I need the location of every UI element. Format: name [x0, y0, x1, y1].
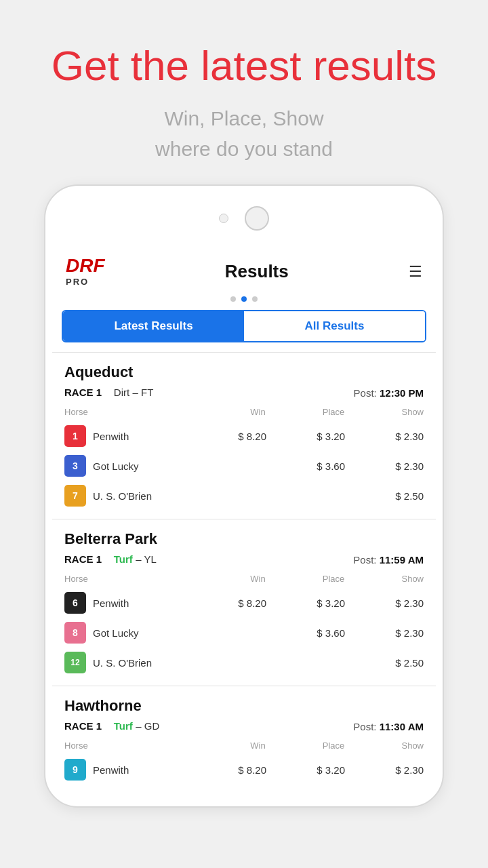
drf-pro-text: PRO — [66, 277, 89, 287]
race-dash-aqueduct: – — [133, 387, 142, 398]
horse-show-bt-3: $ 2.50 — [345, 657, 424, 669]
col-header-show-bt: Show — [344, 574, 424, 584]
race-dash-hawthorne: – — [136, 720, 144, 732]
race-condition-belterra: YL — [144, 553, 157, 565]
drf-logo-text: DRF — [66, 256, 105, 275]
phone-mockup: DRF PRO Results ☰ Latest Results All Res… — [44, 184, 444, 808]
col-header-win-aq: Win — [186, 407, 266, 417]
post-time-hawthorne: Post: 11:30 AM — [353, 721, 424, 732]
race-section-belterra: Belterra Park RACE 1 Turf – YL Post: 11:… — [52, 519, 436, 686]
horse-badge-1: 1 — [64, 425, 86, 447]
horse-show-bt-1: $ 2.30 — [345, 597, 424, 609]
dot-3[interactable] — [252, 296, 258, 302]
horse-name-aq-3: U. S. O'Brien — [93, 490, 188, 502]
col-header-place-aq: Place — [266, 407, 345, 417]
horse-place-aq-2: $ 3.60 — [266, 460, 345, 472]
results-tabs: Latest Results All Results — [62, 310, 426, 342]
phone-camera-large — [245, 206, 269, 231]
race-condition-aqueduct: FT — [141, 387, 153, 398]
col-header-place-bt: Place — [266, 574, 345, 584]
col-header-place-hw: Place — [266, 741, 345, 751]
horse-show-aq-1: $ 2.30 — [345, 431, 424, 442]
race-section-hawthorne: Hawthorne RACE 1 Turf – GD Post: 11:30 A… — [52, 686, 436, 793]
horse-badge-8: 8 — [64, 622, 86, 644]
horse-badge-9: 9 — [64, 759, 86, 781]
horse-name-aq-1: Penwith — [93, 431, 188, 442]
horse-badge-7: 7 — [64, 485, 86, 507]
race-condition-hawthorne: GD — [144, 720, 160, 732]
horse-show-aq-3: $ 2.50 — [345, 490, 424, 502]
horse-name-bt-3: U. S. O'Brien — [93, 657, 188, 669]
horse-row: 12 U. S. O'Brien $ 2.50 — [64, 648, 424, 677]
horse-place-hw-1: $ 3.20 — [266, 764, 345, 776]
dot-2[interactable] — [241, 296, 247, 302]
horse-row: 9 Penwith $ 8.20 $ 3.20 $ 2.30 — [64, 755, 424, 785]
horse-row: 3 Got Lucky $ 3.60 $ 2.30 — [64, 451, 424, 481]
tab-all-results[interactable]: All Results — [244, 311, 425, 341]
horse-name-hw-1: Penwith — [93, 764, 188, 776]
horse-place-bt-1: $ 3.20 — [266, 597, 345, 609]
post-time-belterra: Post: 11:59 AM — [353, 554, 424, 566]
horse-show-hw-1: $ 2.30 — [345, 764, 424, 776]
app-header-title: Results — [225, 261, 289, 282]
horse-row: 6 Penwith $ 8.20 $ 3.20 $ 2.30 — [64, 588, 424, 618]
page-subtitle: Win, Place, Show where do you stand — [41, 103, 447, 164]
col-header-horse-hw: Horse — [64, 741, 186, 751]
horse-win-aq-1: $ 8.20 — [188, 431, 266, 442]
track-name-belterra: Belterra Park — [64, 530, 424, 548]
horse-row: 7 U. S. O'Brien $ 2.50 — [64, 481, 424, 511]
carousel-dots — [52, 292, 436, 310]
drf-logo: DRF PRO — [66, 256, 105, 287]
race-number-aqueduct: RACE 1 — [64, 387, 102, 398]
app-header: DRF PRO Results ☰ — [52, 244, 436, 292]
phone-screen: DRF PRO Results ☰ Latest Results All Res… — [52, 244, 436, 793]
col-header-horse-bt: Horse — [64, 574, 186, 584]
race-surface-aqueduct: Dirt — [114, 387, 129, 398]
horse-name-aq-2: Got Lucky — [93, 460, 188, 472]
track-name-aqueduct: Aqueduct — [64, 363, 424, 381]
horse-show-bt-2: $ 2.30 — [345, 627, 424, 639]
horse-win-hw-1: $ 8.20 — [188, 764, 266, 776]
dot-1[interactable] — [230, 296, 236, 302]
race-number-hawthorne: RACE 1 — [64, 720, 102, 732]
horse-show-aq-2: $ 2.30 — [345, 460, 424, 472]
post-time-aqueduct: Post: 12:30 PM — [354, 387, 424, 399]
horse-badge-3: 3 — [64, 455, 86, 477]
horse-win-bt-1: $ 8.20 — [188, 597, 266, 609]
horse-name-bt-2: Got Lucky — [93, 627, 188, 639]
horse-place-aq-1: $ 3.20 — [266, 431, 345, 442]
col-header-show-aq: Show — [344, 407, 424, 417]
race-section-aqueduct: Aqueduct RACE 1 Dirt – FT Post: 12:30 PM… — [52, 352, 436, 519]
tab-latest-results[interactable]: Latest Results — [63, 311, 244, 341]
hamburger-menu-icon[interactable]: ☰ — [409, 263, 422, 281]
horse-place-bt-2: $ 3.60 — [266, 627, 345, 639]
col-header-win-bt: Win — [186, 574, 266, 584]
track-name-hawthorne: Hawthorne — [64, 697, 424, 715]
col-header-horse-aq: Horse — [64, 407, 186, 417]
horse-badge-6: 6 — [64, 592, 86, 614]
horse-name-bt-1: Penwith — [93, 597, 188, 609]
col-header-win-hw: Win — [186, 741, 266, 751]
page-title: Get the latest results — [41, 41, 447, 91]
race-number-belterra: RACE 1 — [64, 553, 102, 565]
race-dash-belterra: – — [136, 553, 144, 565]
col-header-show-hw: Show — [344, 741, 424, 751]
race-surface-hawthorne: Turf — [114, 720, 133, 732]
race-surface-belterra: Turf — [114, 553, 133, 565]
phone-camera-small — [219, 214, 228, 223]
horse-badge-12: 12 — [64, 652, 86, 673]
horse-row: 1 Penwith $ 8.20 $ 3.20 $ 2.30 — [64, 421, 424, 451]
horse-row: 8 Got Lucky $ 3.60 $ 2.30 — [64, 618, 424, 648]
